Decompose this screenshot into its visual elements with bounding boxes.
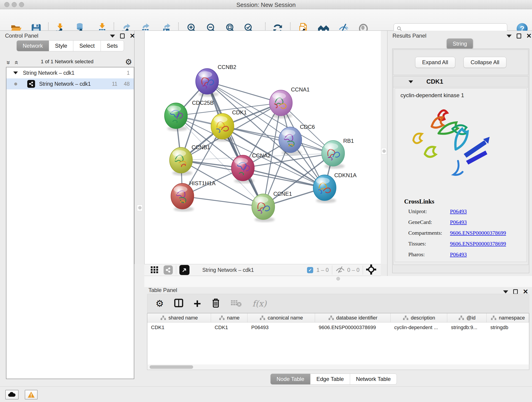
network-node-ccne1[interactable]: CCNE1 bbox=[252, 191, 292, 222]
expand-all-button[interactable]: Expand All bbox=[415, 57, 455, 68]
crosslink-value-link[interactable]: P06493 bbox=[450, 208, 467, 215]
node-label: CDKN1A bbox=[334, 172, 356, 178]
node-label: HIST1H1A bbox=[189, 180, 215, 186]
table-toolbar: ⚙ + f(x) bbox=[147, 294, 529, 313]
network-collection-row[interactable]: String Network – cdk1 1 bbox=[6, 67, 134, 78]
panel-collapse-icon[interactable] bbox=[110, 35, 115, 38]
selected-nodes-checkbox[interactable]: ✓ bbox=[307, 267, 313, 273]
network-row-selected[interactable]: String Network – cdk1 11 48 bbox=[6, 78, 134, 89]
network-node-count: 11 bbox=[112, 81, 118, 87]
crosslink-row: GeneCard:P06493 bbox=[404, 219, 506, 225]
control-panel-title: Control Panel bbox=[5, 32, 38, 39]
function-builder-icon[interactable]: f(x) bbox=[253, 299, 267, 308]
cloud-icon bbox=[8, 392, 16, 398]
gene-entry-header[interactable]: CDK1 bbox=[393, 76, 528, 87]
node-label: CDC6 bbox=[300, 124, 315, 130]
network-graph[interactable]: CCNB2CCNA1CDC25BCDK1CDC6RB1CCNB1CCNA2CDK… bbox=[145, 31, 381, 264]
scrollbar-thumb[interactable] bbox=[150, 365, 193, 369]
table-cell[interactable]: CDK1 bbox=[147, 322, 211, 332]
collection-label: String Network – cdk1 bbox=[23, 70, 75, 76]
network-node-ccna1[interactable]: CCNA1 bbox=[269, 86, 310, 118]
column-header-shared-name[interactable]: shared name bbox=[147, 313, 211, 322]
panel-float-icon[interactable] bbox=[513, 289, 518, 294]
hidden-count: 0 – 0 bbox=[347, 267, 360, 273]
open-in-window-icon[interactable] bbox=[179, 265, 190, 275]
right-splitter[interactable] bbox=[381, 31, 387, 264]
crosslink-label: Compartments: bbox=[404, 230, 450, 236]
tab-string[interactable]: String bbox=[447, 38, 473, 49]
table-settings-gear-icon[interactable]: ⚙ bbox=[156, 298, 164, 309]
column-header-namespace[interactable]: namespace bbox=[487, 313, 529, 322]
gene-entry-card: cyclin-dependent kinase 1 CrossLinks Uni… bbox=[395, 88, 527, 262]
column-header-canonical-name[interactable]: canonical name bbox=[247, 313, 315, 322]
gene-description: cyclin-dependent kinase 1 bbox=[400, 92, 526, 99]
panel-collapse-icon[interactable] bbox=[507, 35, 512, 38]
column-header-@id[interactable]: @id bbox=[447, 313, 487, 322]
table-cell[interactable]: 9606.ENSP00000378699 bbox=[315, 322, 391, 332]
show-columns-icon[interactable] bbox=[174, 298, 184, 309]
crosshair-icon[interactable] bbox=[366, 264, 376, 275]
tab-sets[interactable]: Sets bbox=[101, 40, 124, 51]
network-edge[interactable] bbox=[182, 196, 263, 207]
gene-name: CDK1 bbox=[426, 78, 443, 85]
network-node-rb1[interactable]: RB1 bbox=[322, 138, 354, 169]
horizontal-splitter-handle[interactable] bbox=[336, 277, 340, 281]
string-style-icon[interactable] bbox=[164, 265, 173, 274]
crosslink-value-link[interactable]: P06493 bbox=[450, 219, 467, 225]
tab-select[interactable]: Select bbox=[73, 40, 101, 51]
node-label: CDC25B bbox=[192, 100, 214, 106]
table-cell[interactable]: stringdb:9... bbox=[447, 322, 487, 332]
control-panel-tabs: NetworkStyleSelectSets bbox=[17, 40, 124, 51]
table-cell[interactable]: cyclin-dependent ... bbox=[391, 322, 447, 332]
network-node-ccnb2[interactable]: CCNB2 bbox=[196, 64, 236, 97]
column-header-database-identifier[interactable]: database identifier bbox=[315, 313, 391, 322]
table-cell[interactable]: P06493 bbox=[247, 322, 315, 332]
network-options-gear-icon[interactable]: ⚙ bbox=[125, 57, 132, 66]
main-toolbar: ? bbox=[0, 9, 532, 31]
delete-table-icon[interactable] bbox=[230, 299, 242, 308]
hidden-eye-icon[interactable] bbox=[336, 266, 345, 274]
crosslink-value-link[interactable]: 9606.ENSP00000378699 bbox=[450, 230, 506, 236]
warnings-button[interactable] bbox=[25, 390, 38, 400]
column-header-description[interactable]: description bbox=[391, 313, 447, 322]
node-label: CCNE1 bbox=[273, 191, 292, 197]
panel-float-icon[interactable] bbox=[120, 33, 125, 38]
table-horizontal-scrollbar[interactable] bbox=[147, 364, 529, 370]
tab-node-table[interactable]: Node Table bbox=[270, 374, 310, 385]
crosslink-value-link[interactable]: P06493 bbox=[450, 251, 467, 258]
crosslink-label: Uniprot: bbox=[404, 208, 450, 215]
network-node-ccnb1[interactable]: CCNB1 bbox=[170, 144, 210, 176]
network-node-cdkn1a[interactable]: CDKN1A bbox=[313, 172, 356, 203]
birds-eye-grid-icon[interactable] bbox=[150, 265, 158, 274]
panel-close-icon[interactable]: ✕ bbox=[526, 33, 532, 38]
network-node-hist1h1a[interactable]: HIST1H1A bbox=[171, 180, 215, 211]
tab-edge-table[interactable]: Edge Table bbox=[310, 374, 350, 385]
left-splitter[interactable] bbox=[134, 31, 144, 264]
status-bar: Memory bbox=[0, 386, 532, 402]
entry-expander-icon[interactable] bbox=[409, 80, 413, 83]
network-canvas[interactable]: CCNB2CCNA1CDC25BCDK1CDC6RB1CCNB1CCNA2CDK… bbox=[144, 31, 381, 264]
results-list: CDK1 cyclin-dependent kinase 1 CrossLink… bbox=[393, 76, 528, 265]
crosslink-value-link[interactable]: 9606.ENSP00000378699 bbox=[450, 241, 506, 247]
string-network-icon bbox=[27, 80, 35, 88]
column-header-name[interactable]: name bbox=[211, 313, 248, 322]
splitter-handle[interactable] bbox=[138, 206, 142, 210]
network-label: String Network – cdk1 bbox=[39, 81, 91, 87]
tree-expander-icon[interactable] bbox=[13, 71, 18, 74]
table-cell[interactable]: CDK1 bbox=[211, 322, 248, 332]
cloud-button[interactable] bbox=[5, 390, 19, 400]
add-column-icon[interactable]: + bbox=[194, 299, 201, 308]
tab-style[interactable]: Style bbox=[49, 40, 73, 51]
collection-count: 1 bbox=[127, 70, 130, 76]
tab-network[interactable]: Network bbox=[17, 40, 49, 51]
table-row[interactable]: CDK1CDK1P064939606.ENSP00000378699cyclin… bbox=[147, 322, 529, 332]
tab-network-table[interactable]: Network Table bbox=[350, 374, 397, 385]
collapse-all-button[interactable]: Collapse All bbox=[463, 57, 506, 68]
panel-float-icon[interactable] bbox=[517, 33, 521, 38]
splitter-handle[interactable] bbox=[382, 149, 386, 153]
panel-collapse-icon[interactable] bbox=[503, 290, 508, 293]
table-cell[interactable]: stringdb bbox=[487, 322, 529, 332]
crosslink-label: GeneCard: bbox=[404, 219, 450, 225]
delete-column-icon[interactable] bbox=[211, 298, 220, 309]
panel-close-icon[interactable]: ✕ bbox=[523, 289, 528, 294]
